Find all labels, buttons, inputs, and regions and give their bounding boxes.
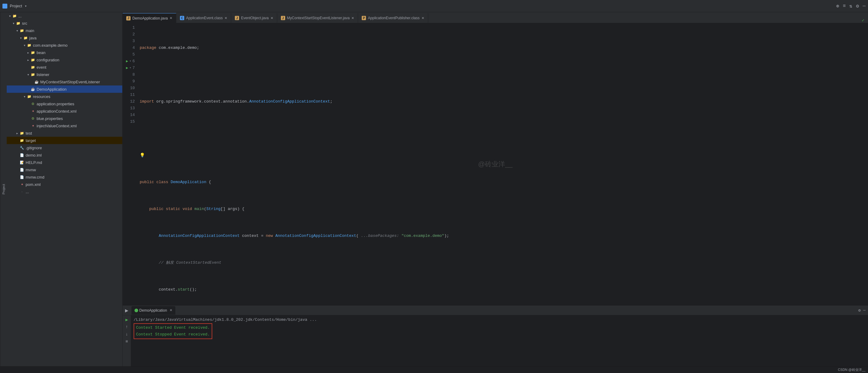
top-bar: Project ▾ ⊕ ≡ ⇅ ⚙ — bbox=[0, 0, 868, 12]
sidebar-item-pom-xml[interactable]: ✦ pom.xml bbox=[7, 181, 122, 188]
check-icon: ✓ bbox=[862, 18, 864, 23]
code-line-9: // 触发 ContextStartedEvent bbox=[137, 259, 868, 266]
add-icon[interactable]: ⊕ bbox=[836, 3, 839, 9]
sidebar-vertical-label[interactable]: Project bbox=[0, 12, 7, 366]
list-icon[interactable]: ≡ bbox=[843, 3, 846, 9]
code-line-10: context.start(); bbox=[137, 286, 868, 293]
sidebar-item-blue-props[interactable]: ⚙ blue.properties bbox=[7, 115, 122, 122]
java-tab-icon: J bbox=[235, 16, 239, 20]
folder-icon: 📁 bbox=[12, 13, 17, 18]
java-tab-icon: J bbox=[126, 16, 130, 21]
filter-btn[interactable]: ≡ bbox=[124, 339, 130, 345]
play-btn[interactable]: ▶ bbox=[124, 317, 130, 323]
line-numbers: 1 2 3 4 5 ▶▾6 ▶▾7 8 9 10 11 12 13 14 15 bbox=[123, 23, 137, 305]
lightbulb-icon[interactable]: 💡 bbox=[140, 152, 145, 159]
line-num-14: 14 bbox=[123, 112, 135, 118]
class-tab-icon: C bbox=[180, 16, 184, 20]
sidebar-item-gitignore[interactable]: 🔧 .gitignore bbox=[7, 144, 122, 151]
folder-icon: 📁 bbox=[31, 50, 35, 55]
close-run-tab[interactable]: ✕ bbox=[169, 308, 172, 312]
line-num-9: 9 bbox=[123, 78, 135, 85]
sort-icon[interactable]: ⇅ bbox=[849, 3, 852, 9]
folder-icon: 📁 bbox=[31, 65, 35, 69]
line-num-5: 5 bbox=[123, 51, 135, 58]
arrow-icon bbox=[26, 73, 30, 76]
tab-close-mycontextlistener[interactable]: ✕ bbox=[351, 16, 354, 20]
sidebar-item-more[interactable]: · ... bbox=[7, 188, 122, 195]
code-editor[interactable]: @砖业洋__ 1 2 3 4 5 ▶▾6 ▶▾7 8 9 10 11 12 13… bbox=[123, 23, 868, 305]
sidebar-item-event[interactable]: 📁 event bbox=[7, 63, 122, 71]
dropdown-arrow-icon[interactable]: ▾ bbox=[24, 4, 27, 8]
sidebar-item-listener[interactable]: 📁 listener bbox=[7, 71, 122, 78]
minimize-icon[interactable]: — bbox=[863, 3, 866, 9]
sidebar-item-demoapplication[interactable]: ☕ DemoApplication bbox=[7, 85, 122, 93]
tab-close-applicationeventpublisher[interactable]: ✕ bbox=[422, 16, 424, 20]
console-output-box: Context Started Event received. Context … bbox=[133, 323, 866, 339]
code-content[interactable]: package com.example.demo; import org.spr… bbox=[137, 23, 868, 305]
arrow-icon bbox=[26, 58, 30, 62]
minimize-bottom-icon[interactable]: — bbox=[863, 308, 866, 313]
sidebar-item-app-props[interactable]: ⚙ application.properties bbox=[7, 100, 122, 108]
folder-icon: 📁 bbox=[20, 138, 24, 143]
code-line-1: package com.example.demo; bbox=[137, 45, 868, 51]
sidebar-item-appcontext-xml[interactable]: ✦ applicationContext.xml bbox=[7, 108, 122, 115]
tab-demoapplication[interactable]: J DemoApplication.java ✕ bbox=[123, 13, 176, 23]
tab-run[interactable]: DemoApplication ✕ bbox=[131, 306, 175, 315]
tab-close-demoapplication[interactable]: ✕ bbox=[169, 16, 172, 20]
sidebar-item-java[interactable]: 📁 java bbox=[7, 34, 122, 41]
arrow-icon bbox=[23, 44, 26, 47]
props-icon: ⚙ bbox=[31, 116, 35, 121]
bottom-panel: ▶ DemoApplication ✕ ⚙ — ▶ ↑ ↓ ≡ bbox=[123, 305, 868, 366]
sidebar: 📁 ... 📁 src 📁 main 📁 java bbox=[7, 12, 123, 366]
sidebar-item-src[interactable]: 📁 src bbox=[7, 20, 122, 27]
tab-close-eventobject[interactable]: ✕ bbox=[271, 16, 273, 20]
more-icon: · bbox=[20, 189, 24, 194]
line-num-11: 11 bbox=[123, 92, 135, 98]
folder-icon: 📁 bbox=[23, 35, 28, 40]
tab-mycontextlistener[interactable]: J MyContextStartStopEventListener.java ✕ bbox=[277, 13, 358, 23]
sidebar-item-bean[interactable]: 📁 bean bbox=[7, 49, 122, 56]
line-num-7: ▶▾7 bbox=[123, 65, 135, 71]
sidebar-item-resources[interactable]: 📁 resources bbox=[7, 93, 122, 100]
bottom-actions: ⚙ — bbox=[858, 308, 866, 313]
tab-applicationevent[interactable]: C ApplicationEvent.class ✕ bbox=[176, 13, 231, 23]
tab-close-applicationevent[interactable]: ✕ bbox=[224, 16, 227, 20]
arrow-icon bbox=[15, 131, 19, 135]
status-right-info: CSDN @砖业洋__ bbox=[838, 368, 866, 372]
arrow-icon bbox=[8, 14, 11, 18]
folder-icon: 📁 bbox=[20, 131, 24, 136]
tab-eventobject[interactable]: J EventObject.java ✕ bbox=[231, 13, 277, 23]
scroll-down-btn[interactable]: ↓ bbox=[124, 331, 130, 337]
xml-icon: ✦ bbox=[31, 123, 35, 128]
code-line-8: AnnotationConfigApplicationContext conte… bbox=[137, 233, 868, 239]
code-line-3: import org.springframework.context.annot… bbox=[137, 98, 868, 105]
run-icon[interactable]: ▶ bbox=[125, 307, 128, 314]
sidebar-item-mvnw-cmd[interactable]: 📄 mvnw.cmd bbox=[7, 173, 122, 181]
console-output[interactable]: /Library/Java/JavaVirtualMachines/jdk1.8… bbox=[131, 315, 868, 366]
settings-bottom-icon[interactable]: ⚙ bbox=[858, 308, 861, 313]
sidebar-item-dots[interactable]: 📁 ... bbox=[7, 12, 122, 20]
sidebar-item-mycontextlistener[interactable]: ☕ MyContextStartStopEventListener bbox=[7, 78, 122, 85]
folder-icon: 📁 bbox=[31, 57, 35, 62]
sidebar-item-com-example-demo[interactable]: 📁 com.example.demo bbox=[7, 41, 122, 49]
line-num-15: 15 bbox=[123, 118, 135, 125]
sidebar-item-help-md[interactable]: 📝 HELP.md bbox=[7, 159, 122, 166]
run-status-icon bbox=[134, 309, 138, 312]
sidebar-item-main[interactable]: 📁 main bbox=[7, 27, 122, 34]
tab-applicationeventpublisher[interactable]: P ApplicationEventPublisher.class ✕ bbox=[358, 13, 428, 23]
sidebar-item-test[interactable]: 📁 test bbox=[7, 130, 122, 137]
sidebar-item-demo-iml[interactable]: 📄 demo.iml bbox=[7, 151, 122, 159]
sidebar-item-inject-xml[interactable]: ✦ injectValueContext.xml bbox=[7, 122, 122, 130]
line-num-3: 3 bbox=[123, 38, 135, 45]
sidebar-item-configuration[interactable]: 📁 configuration bbox=[7, 56, 122, 63]
line-num-8: 8 bbox=[123, 71, 135, 78]
bottom-tabs-bar: ▶ DemoApplication ✕ ⚙ — bbox=[123, 306, 868, 315]
code-line-7: public static void main(String[] args) { bbox=[137, 206, 868, 212]
code-line-4 bbox=[137, 125, 868, 132]
sidebar-item-target[interactable]: 📁 target bbox=[7, 137, 122, 144]
settings-icon[interactable]: ⚙ bbox=[856, 3, 859, 9]
md-icon: 📝 bbox=[20, 160, 24, 165]
scroll-up-btn[interactable]: ↑ bbox=[124, 324, 130, 330]
bottom-content: ▶ ↑ ↓ ≡ /Library/Java/JavaVirtualMachine… bbox=[123, 315, 868, 366]
sidebar-item-mvnw[interactable]: 📄 mvnw bbox=[7, 166, 122, 173]
